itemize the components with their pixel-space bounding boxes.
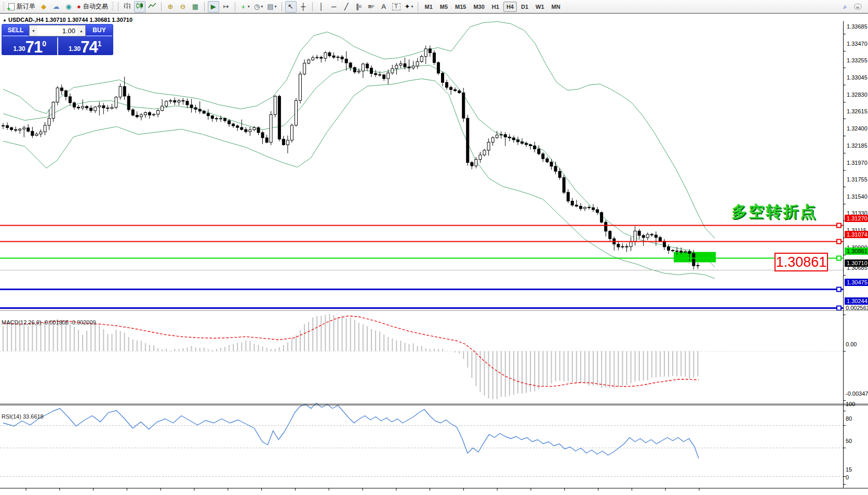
- toolbar-separator: [204, 2, 205, 11]
- search-icon: ⌕: [843, 3, 847, 11]
- trendline-icon: ╱: [344, 3, 349, 10]
- timeframe-m30-button[interactable]: M30: [470, 2, 487, 12]
- chat-button[interactable]: [852, 1, 863, 12]
- fibonacci-button[interactable]: ≡F: [366, 1, 377, 12]
- price-line-label-1.31270: 1.31270: [845, 215, 868, 222]
- chart-profile-button[interactable]: ◆: [38, 1, 49, 12]
- autotrade-label: 自动交易: [83, 2, 108, 11]
- price-scale-label: 1.31540: [847, 193, 867, 200]
- collapse-arrow-icon[interactable]: ▲: [3, 18, 7, 22]
- market-watch-icon: ☁: [53, 3, 60, 10]
- annotation-text: 多空转折点: [731, 201, 817, 223]
- volume-increase-button[interactable]: ▲: [77, 25, 85, 36]
- timeframe-h1-button[interactable]: H1: [489, 2, 502, 12]
- line-handle-1.31074[interactable]: [837, 240, 841, 244]
- horizontal-line-button[interactable]: ─: [328, 1, 340, 12]
- volume-decrease-button[interactable]: ▼: [30, 25, 37, 36]
- timeframe-m15-button[interactable]: M15: [452, 2, 469, 12]
- mt4-window: 新订单◆☁◉●自动交易⊕⊖▦▶↦＋▾◷▾▤▾↖┼│─╱∥E≡FAT✦▾M1M5M…: [0, 0, 868, 495]
- channel-button[interactable]: ∥E: [353, 1, 365, 12]
- crosshair-button[interactable]: ┼: [298, 1, 309, 12]
- price-scale-label: 1.33255: [847, 57, 867, 63]
- toolbar-right: ⌕: [839, 1, 864, 12]
- chart-shift-button[interactable]: ↦: [220, 1, 232, 12]
- indicators-button[interactable]: ＋▾: [238, 1, 251, 12]
- buy-button[interactable]: BUY: [86, 25, 112, 36]
- dropdown-caret-icon: ▾: [275, 4, 277, 9]
- bars-chart-button[interactable]: [122, 1, 133, 12]
- price-scale-label: 1.33470: [847, 41, 867, 47]
- price-scale-label: 1.32400: [847, 125, 867, 132]
- toolbar-separator: [161, 2, 162, 11]
- toolbar-separator: [312, 2, 313, 11]
- buy-price[interactable]: 1.30741: [57, 37, 113, 55]
- signals-button[interactable]: ◉: [63, 1, 74, 12]
- one-click-trading-panel: SELL ▼ 1.00 ▲ BUY 1.30710 1.30741: [2, 24, 113, 55]
- timeframe-m5-button[interactable]: M5: [437, 2, 451, 12]
- cursor-icon: ↖: [288, 3, 293, 10]
- timeframe-m1-button[interactable]: M1: [421, 2, 435, 12]
- line-handle-1.30244[interactable]: [837, 306, 841, 310]
- text-button[interactable]: A: [378, 1, 390, 12]
- candles-chart-icon: [136, 2, 144, 11]
- volume-input[interactable]: 1.00: [37, 25, 77, 36]
- macd-axis-label: 0.00: [846, 341, 857, 347]
- timeframe-mn-button[interactable]: MN: [549, 2, 564, 12]
- dropdown-caret-icon: ▾: [248, 4, 250, 9]
- sell-button[interactable]: SELL: [3, 25, 29, 36]
- fibonacci-icon: ≡: [368, 3, 372, 10]
- tile-windows-button[interactable]: ▦: [190, 1, 201, 12]
- timeframe-w1-button[interactable]: W1: [532, 2, 547, 12]
- zoom-in-button[interactable]: ⊕: [165, 1, 176, 12]
- auto-scroll-icon: ▶: [211, 3, 216, 10]
- templates-button[interactable]: ▤▾: [265, 1, 278, 12]
- bars-chart-icon: [123, 2, 131, 11]
- new-order-label: 新订单: [17, 2, 35, 11]
- price-scale-label: 1.33045: [847, 74, 867, 81]
- chart-area[interactable]: ▲ USDCAD-,H4 1.30710 1.30744 1.30681 1.3…: [0, 14, 868, 495]
- autotrading-button[interactable]: ●自动交易: [75, 1, 110, 12]
- vertical-line-button[interactable]: │: [316, 1, 327, 12]
- rsi-axis-label: 100: [846, 401, 855, 407]
- line-handle-1.31270[interactable]: [837, 224, 841, 228]
- arrows-icon: ✦: [405, 3, 410, 10]
- tile-windows-icon: ▦: [192, 3, 198, 10]
- cursor-button[interactable]: ↖: [285, 1, 297, 12]
- zoom-out-button[interactable]: ⊖: [177, 1, 189, 12]
- channel-icon-suffix: E: [359, 4, 362, 9]
- search-button[interactable]: ⌕: [839, 1, 851, 12]
- periods-button[interactable]: ◷▾: [252, 1, 264, 12]
- price-scale-label: 1.31970: [847, 160, 867, 166]
- price-scale-label: 1.32185: [847, 142, 867, 149]
- price-line-label-1.30861: 1.30861: [845, 248, 868, 255]
- auto-scroll-button[interactable]: ▶: [208, 1, 219, 12]
- candles-chart-button[interactable]: [134, 1, 145, 12]
- bollinger-lower-band: [3, 79, 715, 279]
- rsi-line: [3, 403, 699, 459]
- timeframe-h4-button[interactable]: H4: [503, 2, 517, 12]
- new-order-button[interactable]: 新订单: [7, 1, 37, 12]
- buy-price-big: 74: [81, 40, 97, 55]
- line-handle-1.30861[interactable]: [837, 256, 841, 260]
- price-scale-label: 1.31755: [847, 176, 867, 183]
- line-chart-icon: [148, 2, 156, 11]
- volume-spinner: ▼ 1.00 ▲: [29, 25, 86, 36]
- text-label-button[interactable]: T: [391, 1, 402, 12]
- timeframe-d1-button[interactable]: D1: [518, 2, 531, 12]
- ohlc-readout: 1.30710 1.30744 1.30681 1.30710: [45, 17, 132, 23]
- arrows-button[interactable]: ✦▾: [403, 1, 415, 12]
- rsi-axis-label: 50: [846, 438, 852, 444]
- rsi-caption: RSI(14) 33.6618: [2, 413, 44, 420]
- main-toolbar: 新订单◆☁◉●自动交易⊕⊖▦▶↦＋▾◷▾▤▾↖┼│─╱∥E≡FAT✦▾M1M5M…: [0, 0, 868, 14]
- dropdown-caret-icon: ▾: [261, 4, 263, 9]
- vertical-line-icon: │: [319, 3, 323, 10]
- line-handle-1.30475[interactable]: [837, 288, 841, 292]
- macd-histogram: [3, 314, 698, 399]
- market-watch-button[interactable]: ☁: [50, 1, 62, 12]
- price-scale-label: 1.33685: [847, 23, 867, 30]
- trendline-button[interactable]: ╱: [341, 1, 352, 12]
- macd-axis-label: 0.002561: [846, 305, 868, 311]
- price-callout-box[interactable]: 1.30861: [774, 253, 828, 271]
- line-chart-button[interactable]: [146, 1, 158, 12]
- sell-price[interactable]: 1.30710: [3, 37, 57, 55]
